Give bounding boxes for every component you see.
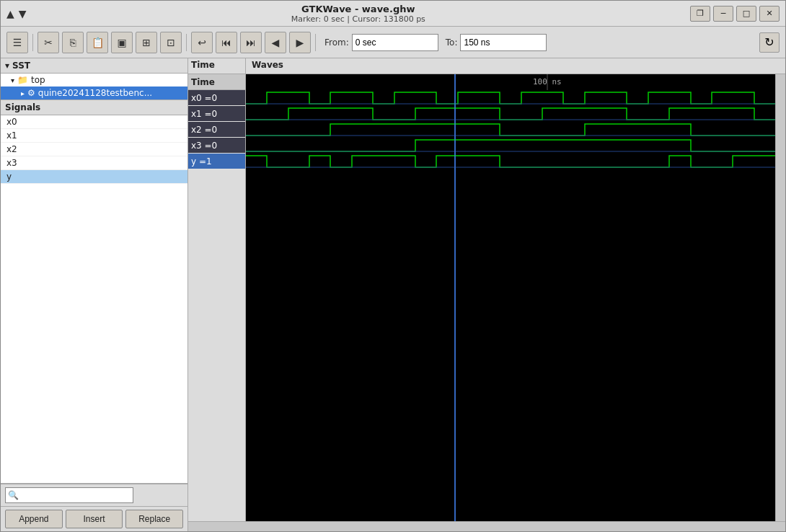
select-all-btn[interactable]: ▣ bbox=[111, 32, 133, 53]
signal-row-x0=0[interactable]: x0 =0 bbox=[188, 90, 245, 106]
minimize-btn[interactable]: ─ bbox=[713, 6, 733, 22]
append-button[interactable]: Append bbox=[5, 510, 63, 528]
window-subtitle: Marker: 0 sec | Cursor: 131800 ps bbox=[291, 14, 425, 24]
zoom-sel-btn[interactable]: ⊡ bbox=[160, 32, 182, 53]
search-bar: 🔍 bbox=[1, 484, 187, 506]
search-input[interactable] bbox=[5, 487, 133, 503]
sst-tree[interactable]: ▾ 📁 top▸ ⚙ quine20241128testbenc... bbox=[1, 74, 187, 99]
sst-header: ▾ SST bbox=[1, 58, 187, 74]
sst-label-top: top bbox=[31, 75, 45, 85]
sst-toggle-quine[interactable]: ▸ bbox=[21, 89, 25, 97]
signals-header: Signals bbox=[1, 100, 187, 115]
prev-btn[interactable]: ◀ bbox=[265, 32, 286, 53]
vertical-scrollbar[interactable] bbox=[775, 74, 785, 521]
close-btn[interactable]: ✕ bbox=[759, 6, 780, 22]
menu-btn[interactable]: ☰ bbox=[6, 32, 28, 53]
arrow-up-btn[interactable]: ▲ bbox=[6, 8, 14, 19]
to-input[interactable] bbox=[460, 34, 547, 51]
sst-label-quine: quine20241128testbenc... bbox=[38, 88, 152, 98]
action-buttons: Append Insert Replace bbox=[1, 506, 187, 531]
title-bar-buttons: ❐ ─ □ ✕ bbox=[690, 6, 780, 22]
sst-item-top[interactable]: ▾ 📁 top bbox=[1, 74, 187, 87]
sep2 bbox=[186, 34, 187, 51]
signal-item-x3[interactable]: x3 bbox=[1, 156, 187, 170]
signal-item-x1[interactable]: x1 bbox=[1, 129, 187, 143]
left-panel: ▾ SST ▾ 📁 top▸ ⚙ quine20241128testbenc..… bbox=[1, 58, 188, 531]
horizontal-scrollbar[interactable] bbox=[188, 521, 785, 531]
sst-item-quine[interactable]: ▸ ⚙ quine20241128testbenc... bbox=[1, 87, 187, 99]
toolbar: ☰ ✂ ⎘ 📋 ▣ ⊞ ⊡ ↩ ⏮ ⏭ ◀ ▶ From: To: ↻ bbox=[1, 27, 785, 58]
waveform-area[interactable] bbox=[246, 74, 775, 521]
signal-names-col: Timex0 =0x1 =0x2 =0x3 =0y =1 bbox=[188, 74, 246, 521]
sst-section: ▾ SST ▾ 📁 top▸ ⚙ quine20241128testbenc..… bbox=[1, 58, 187, 100]
restore-btn[interactable]: ❐ bbox=[690, 6, 710, 22]
jump-start-btn[interactable]: ⏮ bbox=[216, 32, 237, 53]
signals-list[interactable]: x0x1x2x3y bbox=[1, 115, 187, 483]
sst-title: SST bbox=[12, 61, 30, 71]
signals-section: Signals x0x1x2x3y bbox=[1, 100, 187, 484]
time-header: Time bbox=[188, 74, 245, 90]
right-area: Time Waves Timex0 =0x1 =0x2 =0x3 =0y =1 bbox=[188, 58, 785, 531]
signal-row-x1=0[interactable]: x1 =0 bbox=[188, 106, 245, 122]
main-area: ▾ SST ▾ 📁 top▸ ⚙ quine20241128testbenc..… bbox=[1, 58, 785, 531]
search-wrap: 🔍 bbox=[5, 487, 183, 503]
insert-button[interactable]: Insert bbox=[66, 510, 123, 528]
from-label: From: bbox=[324, 37, 349, 48]
sep3 bbox=[315, 34, 316, 51]
window-title: GTKWave - wave.ghw bbox=[301, 4, 415, 14]
zoom-fit-btn[interactable]: ⊞ bbox=[136, 32, 157, 53]
replace-button[interactable]: Replace bbox=[125, 510, 183, 528]
from-input[interactable] bbox=[352, 34, 438, 51]
cut-btn[interactable]: ✂ bbox=[37, 32, 59, 53]
next-btn[interactable]: ▶ bbox=[289, 32, 311, 53]
signal-item-x2[interactable]: x2 bbox=[1, 143, 187, 156]
main-window: ▲ ▼ GTKWave - wave.ghw Marker: 0 sec | C… bbox=[0, 0, 786, 532]
sst-toggle-top[interactable]: ▾ bbox=[11, 76, 14, 84]
signal-row-x2=0[interactable]: x2 =0 bbox=[188, 122, 245, 138]
signal-row-y=1[interactable]: y =1 bbox=[188, 154, 245, 169]
to-label: To: bbox=[446, 37, 458, 48]
jump-end-btn[interactable]: ⏭ bbox=[240, 32, 262, 53]
title-bar-arrows: ▲ ▼ bbox=[6, 8, 27, 19]
sep1 bbox=[32, 34, 33, 51]
wave-outer: Timex0 =0x1 =0x2 =0x3 =0y =1 bbox=[188, 74, 785, 531]
undo-btn[interactable]: ↩ bbox=[191, 32, 213, 53]
copy-btn[interactable]: ⎘ bbox=[62, 32, 84, 53]
maximize-btn[interactable]: □ bbox=[736, 6, 756, 22]
sst-collapse-icon[interactable]: ▾ bbox=[5, 61, 9, 71]
title-bar-center: GTKWave - wave.ghw Marker: 0 sec | Curso… bbox=[27, 4, 690, 24]
sst-icon-quine: ⚙ bbox=[27, 88, 35, 98]
wave-inner: Timex0 =0x1 =0x2 =0x3 =0y =1 bbox=[188, 74, 785, 521]
signal-item-y[interactable]: y bbox=[1, 170, 187, 184]
wave-header-row: Time Waves bbox=[188, 58, 785, 74]
refresh-btn[interactable]: ↻ bbox=[759, 32, 780, 53]
sst-icon-top: 📁 bbox=[17, 75, 28, 85]
signal-row-x3=0[interactable]: x3 =0 bbox=[188, 138, 245, 154]
arrow-down-btn[interactable]: ▼ bbox=[19, 8, 27, 19]
wave-canvas bbox=[246, 74, 775, 521]
title-bar: ▲ ▼ GTKWave - wave.ghw Marker: 0 sec | C… bbox=[1, 1, 785, 27]
signal-item-x0[interactable]: x0 bbox=[1, 115, 187, 129]
wave-header-signals-label: Time bbox=[188, 58, 246, 74]
paste-btn[interactable]: 📋 bbox=[87, 32, 108, 53]
wave-header-waves-label: Waves bbox=[246, 58, 289, 74]
